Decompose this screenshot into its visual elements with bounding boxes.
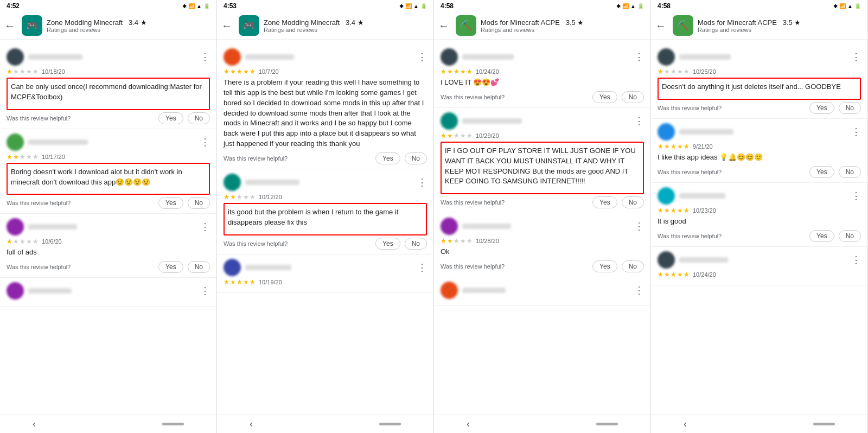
helpful-label: Was this review helpful? (7, 115, 71, 122)
avatar (658, 187, 675, 205)
yes-button[interactable]: Yes (158, 197, 183, 209)
star-empty-icon: ★ (250, 193, 256, 201)
back-button[interactable]: ← (653, 17, 668, 34)
no-button[interactable]: No (622, 91, 644, 103)
nav-back-button[interactable]: ‹ (467, 418, 470, 430)
more-options-button[interactable]: ⋮ (200, 286, 210, 296)
star-empty-icon: ★ (454, 132, 459, 139)
star-filled-icon: ★ (237, 68, 242, 75)
avatar (7, 218, 24, 235)
yes-button[interactable]: Yes (592, 260, 617, 272)
nav-back-button[interactable]: ‹ (250, 418, 253, 430)
helpful-row: Was this review helpful? Yes No (441, 196, 644, 208)
wifi-icon: ▲ (196, 3, 202, 9)
highlighted-review-text: its good but the problem is when I retur… (224, 203, 427, 235)
app-title: Zone Modding Minecraft 3.4 ★ (264, 18, 429, 27)
back-button[interactable]: ← (2, 17, 17, 34)
review-stars-row: ★★★★★ 10/7/20 (224, 68, 427, 75)
more-options-button[interactable]: ⋮ (851, 52, 861, 62)
nav-pill[interactable] (162, 423, 184, 425)
no-button[interactable]: No (405, 152, 427, 164)
helpful-row: Was this review helpful? Yes No (658, 102, 861, 114)
star-empty-icon: ★ (33, 153, 39, 161)
no-button[interactable]: No (405, 238, 427, 250)
more-options-button[interactable]: ⋮ (200, 222, 210, 232)
review-item: ⋮ (0, 278, 216, 307)
yes-button[interactable]: Yes (809, 166, 834, 178)
no-button[interactable]: No (839, 230, 861, 242)
yes-button[interactable]: Yes (809, 102, 834, 114)
app-info: Zone Modding Minecraft 3.4 ★ Ratings and… (47, 18, 212, 33)
more-options-button[interactable]: ⋮ (417, 52, 427, 62)
helpful-row: Was this review helpful? Yes No (7, 112, 210, 124)
more-options-button[interactable]: ⋮ (851, 255, 861, 265)
no-button[interactable]: No (188, 112, 210, 124)
yes-button[interactable]: Yes (592, 91, 617, 103)
reviews-container: ⋮ ★★★★★ 10/7/20 There is a problem if yo… (217, 40, 433, 415)
review-date: 10/25/20 (693, 68, 716, 75)
back-button[interactable]: ← (436, 17, 451, 34)
highlighted-review-text: Doesn't do anything it just deletes itse… (658, 78, 861, 100)
no-button[interactable]: No (188, 261, 210, 273)
star-empty-icon: ★ (664, 68, 670, 75)
nav-back-button[interactable]: ‹ (684, 418, 687, 430)
app-icon: 🎮 (22, 15, 42, 36)
more-options-button[interactable]: ⋮ (634, 116, 644, 126)
nav-pill[interactable] (379, 423, 401, 425)
helpful-row: Was this review helpful? Yes No (7, 197, 210, 209)
reviewer-name (245, 54, 294, 60)
yes-button[interactable]: Yes (809, 230, 834, 242)
bluetooth-icon: ✱ (833, 3, 838, 9)
review-text: Ok (441, 247, 644, 257)
yes-button[interactable]: Yes (158, 261, 183, 273)
star-empty-icon: ★ (677, 68, 683, 75)
helpful-label: Was this review helpful? (441, 199, 505, 206)
nav-bar: ‹ (0, 415, 216, 433)
battery-icon: 🔋 (854, 3, 861, 9)
review-text: full of ads (7, 247, 210, 258)
helpful-label: Was this review helpful? (224, 155, 288, 162)
yes-button[interactable]: Yes (158, 112, 183, 124)
star-filled-icon: ★ (447, 237, 453, 245)
nav-pill[interactable] (596, 423, 618, 425)
star-empty-icon: ★ (20, 238, 25, 245)
star-filled-icon: ★ (664, 143, 670, 150)
reviewer-row: ⋮ (658, 123, 861, 141)
wifi-icon: ▲ (413, 3, 419, 9)
app-subtitle: Ratings and reviews (481, 27, 646, 33)
more-options-button[interactable]: ⋮ (417, 263, 427, 272)
highlighted-review-text: Boring doesn't work I download alot but … (7, 163, 210, 195)
star-empty-icon: ★ (26, 153, 32, 161)
reviewer-name (462, 288, 506, 293)
avatar (224, 259, 241, 276)
review-text: IF I GO OUT OF PLAY STORE IT WILL JUST G… (445, 146, 640, 187)
more-options-button[interactable]: ⋮ (200, 137, 210, 147)
app-icon: ⛏️ (456, 15, 476, 36)
more-options-button[interactable]: ⋮ (851, 191, 861, 201)
review-item: ⋮ ★★★★★ 9/21/20 I like this app ideas 💡🔔… (651, 119, 867, 183)
nav-pill[interactable] (813, 423, 835, 425)
more-options-button[interactable]: ⋮ (634, 221, 644, 231)
no-button[interactable]: No (622, 260, 644, 272)
phone-panel-panel3: 4:58 ✱ 📶 ▲ 🔋 ← ⛏️ Mods for Minecraft ACP… (434, 0, 651, 433)
yes-button[interactable]: Yes (375, 238, 400, 250)
more-options-button[interactable]: ⋮ (851, 127, 861, 137)
more-options-button[interactable]: ⋮ (417, 177, 427, 187)
more-options-button[interactable]: ⋮ (200, 52, 210, 62)
yes-button[interactable]: Yes (592, 196, 617, 208)
back-button[interactable]: ← (219, 17, 234, 34)
reviewer-row: ⋮ (224, 174, 427, 191)
star-filled-icon: ★ (230, 68, 236, 75)
app-info: Zone Modding Minecraft 3.4 ★ Ratings and… (264, 18, 429, 33)
more-options-button[interactable]: ⋮ (634, 285, 644, 295)
nav-back-button[interactable]: ‹ (33, 418, 36, 430)
no-button[interactable]: No (188, 197, 210, 209)
yes-button[interactable]: Yes (375, 152, 400, 164)
no-button[interactable]: No (839, 166, 861, 178)
more-options-button[interactable]: ⋮ (634, 52, 644, 62)
no-button[interactable]: No (622, 196, 644, 208)
review-text-wrapper: There is a problem if your reading this … (224, 78, 427, 149)
avatar (658, 48, 675, 66)
no-button[interactable]: No (839, 102, 861, 114)
star-filled-icon: ★ (230, 193, 236, 201)
